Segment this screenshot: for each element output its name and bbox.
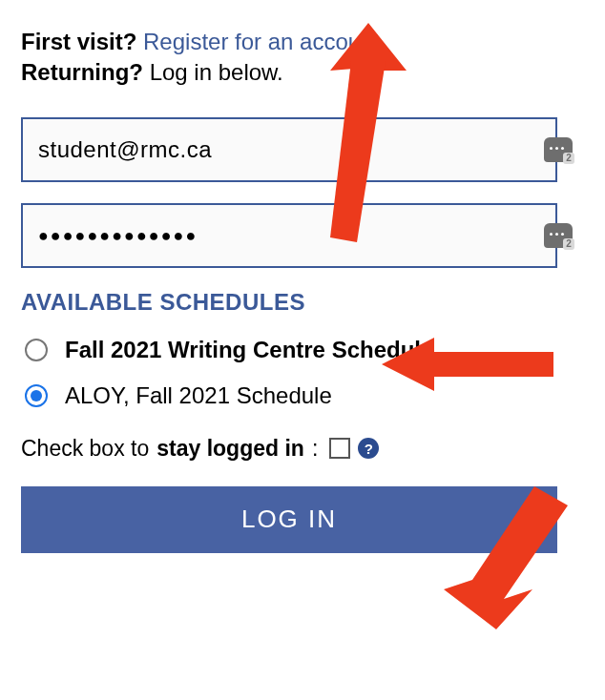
stay-bold: stay logged in	[156, 436, 304, 462]
schedule-option-1[interactable]: ALOY, Fall 2021 Schedule	[25, 382, 584, 409]
login-button[interactable]: LOG IN	[21, 486, 557, 553]
password-field[interactable]	[21, 203, 557, 268]
schedule-option-0[interactable]: Fall 2021 Writing Centre Schedule	[25, 337, 584, 363]
radio-icon[interactable]	[25, 384, 48, 407]
returning-label: Returning?	[21, 59, 143, 85]
radio-icon[interactable]	[25, 339, 48, 361]
returning-text: Log in below.	[150, 59, 283, 85]
email-field-wrap: 2	[21, 117, 584, 182]
stay-prefix: Check box to	[21, 436, 149, 462]
stay-logged-in-checkbox[interactable]	[329, 438, 350, 459]
register-link[interactable]: Register for an account	[143, 29, 380, 54]
autofill-icon[interactable]: 2	[544, 223, 573, 248]
password-field-wrap: ●●●●●●●●●●●●● 2	[21, 203, 584, 268]
available-schedules-heading: AVAILABLE SCHEDULES	[21, 289, 584, 316]
stay-suffix: :	[312, 436, 318, 462]
intro-text: First visit? Register for an account. Re…	[21, 27, 584, 89]
period: .	[380, 29, 386, 54]
email-field[interactable]	[21, 117, 557, 182]
autofill-icon[interactable]: 2	[544, 137, 573, 162]
schedule-option-label: ALOY, Fall 2021 Schedule	[65, 382, 332, 409]
schedule-option-label: Fall 2021 Writing Centre Schedule	[65, 337, 433, 363]
stay-logged-in-row: Check box to stay logged in: ?	[21, 436, 584, 462]
help-icon[interactable]: ?	[358, 438, 379, 459]
first-visit-label: First visit?	[21, 29, 136, 54]
